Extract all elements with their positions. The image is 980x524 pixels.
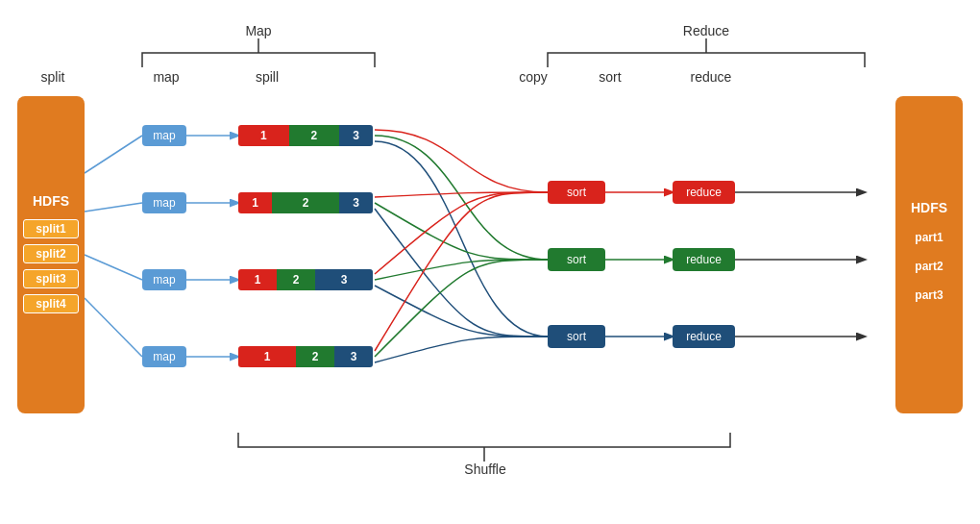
sort-box-3: sort	[548, 325, 605, 348]
map-box-4: map	[142, 346, 186, 367]
spill-2-seg2: 2	[272, 192, 339, 213]
spill-3-seg3: 3	[315, 269, 373, 290]
split1-label: split1	[23, 219, 79, 238]
reduce-box-2: reduce	[673, 248, 735, 271]
sort-col-label: sort	[586, 69, 634, 85]
spill-2-seg1: 1	[238, 192, 272, 213]
split-label: split	[19, 69, 86, 85]
map-col-label: map	[142, 69, 190, 85]
part3-label: part3	[915, 288, 943, 302]
part1-label: part1	[915, 231, 943, 244]
map-box-3: map	[142, 269, 186, 290]
spill-1-seg1: 1	[238, 125, 289, 146]
spill-col-label: spill	[238, 69, 296, 85]
sort-box-2: sort	[548, 248, 605, 271]
spill-1-seg2: 2	[289, 125, 340, 146]
spill-2-seg3: 3	[339, 192, 373, 213]
split4-label: split4	[23, 294, 79, 313]
sort-box-1: sort	[548, 181, 605, 204]
map-box-2: map	[142, 192, 186, 213]
reduce-box-1: reduce	[673, 181, 735, 204]
spill-bar-1: 1 2 3	[238, 125, 373, 146]
spill-3-seg2: 2	[277, 269, 315, 290]
copy-col-label: copy	[509, 69, 557, 85]
reduce-col-label: reduce	[682, 69, 740, 85]
svg-line-2	[85, 255, 142, 280]
diagram-container: split Map Reduce map spill copy sort red…	[0, 0, 980, 524]
spill-bar-4: 1 2 3	[238, 346, 373, 367]
map-box-1: map	[142, 125, 186, 146]
hdfs-right-label: HDFS	[911, 200, 947, 215]
split3-label: split3	[23, 269, 79, 288]
hdfs-left: HDFS split1 split2 split3 split4	[17, 96, 85, 413]
spill-3-seg1: 1	[238, 269, 277, 290]
svg-line-0	[85, 136, 142, 173]
hdfs-left-label: HDFS	[33, 193, 69, 209]
reduce-box-3: reduce	[673, 325, 735, 348]
spill-4-seg1: 1	[238, 346, 296, 367]
spill-4-seg3: 3	[334, 346, 373, 367]
hdfs-right: HDFS part1 part2 part3	[895, 96, 963, 413]
part2-label: part2	[915, 260, 943, 273]
spill-bar-3: 1 2 3	[238, 269, 373, 290]
spill-1-seg3: 3	[339, 125, 373, 146]
shuffle-label: Shuffle	[384, 462, 586, 477]
svg-line-1	[85, 203, 142, 212]
map-section-label: Map	[142, 23, 375, 38]
svg-line-3	[85, 298, 142, 357]
reduce-section-label: Reduce	[548, 23, 865, 38]
spill-bar-2: 1 2 3	[238, 192, 373, 213]
spill-4-seg2: 2	[296, 346, 334, 367]
split2-label: split2	[23, 244, 79, 263]
